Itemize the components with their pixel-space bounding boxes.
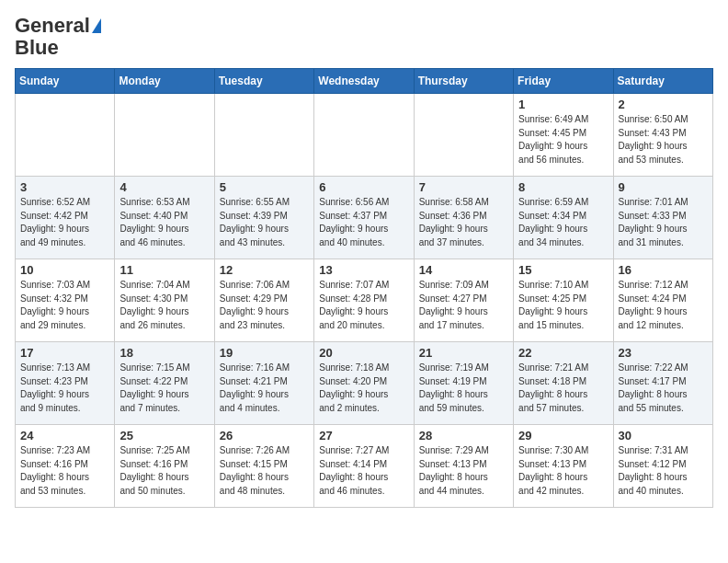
calendar-week-3: 10Sunrise: 7:03 AM Sunset: 4:32 PM Dayli… bbox=[16, 259, 713, 342]
calendar-cell: 14Sunrise: 7:09 AM Sunset: 4:27 PM Dayli… bbox=[414, 259, 513, 342]
cell-info: Sunrise: 6:55 AM Sunset: 4:39 PM Dayligh… bbox=[220, 196, 309, 249]
col-saturday: Saturday bbox=[613, 69, 712, 94]
calendar-cell: 18Sunrise: 7:15 AM Sunset: 4:22 PM Dayli… bbox=[115, 342, 214, 425]
cell-info: Sunrise: 6:53 AM Sunset: 4:40 PM Dayligh… bbox=[119, 196, 209, 249]
cell-info: Sunrise: 7:12 AM Sunset: 4:24 PM Dayligh… bbox=[619, 279, 708, 332]
day-number: 27 bbox=[319, 429, 408, 442]
cell-info: Sunrise: 7:15 AM Sunset: 4:22 PM Dayligh… bbox=[119, 362, 209, 415]
logo-text-general: General bbox=[15, 15, 90, 37]
calendar-cell: 29Sunrise: 7:30 AM Sunset: 4:13 PM Dayli… bbox=[514, 425, 613, 508]
day-number: 6 bbox=[319, 180, 408, 194]
logo-text-blue: Blue bbox=[15, 37, 59, 59]
cell-info: Sunrise: 7:06 AM Sunset: 4:29 PM Dayligh… bbox=[220, 279, 309, 332]
cell-info: Sunrise: 7:25 AM Sunset: 4:16 PM Dayligh… bbox=[119, 444, 209, 498]
day-number: 2 bbox=[619, 98, 708, 111]
col-monday: Monday bbox=[115, 69, 214, 94]
day-number: 11 bbox=[119, 263, 209, 277]
day-number: 1 bbox=[518, 98, 608, 111]
calendar-cell: 27Sunrise: 7:27 AM Sunset: 4:14 PM Dayli… bbox=[314, 425, 414, 508]
cell-info: Sunrise: 7:21 AM Sunset: 4:18 PM Dayligh… bbox=[518, 362, 608, 415]
day-number: 5 bbox=[220, 180, 309, 194]
calendar-cell: 15Sunrise: 7:10 AM Sunset: 4:25 PM Dayli… bbox=[514, 259, 613, 342]
calendar-cell: 11Sunrise: 7:04 AM Sunset: 4:30 PM Dayli… bbox=[115, 259, 214, 342]
page-header: General Blue bbox=[15, 15, 713, 59]
cell-info: Sunrise: 6:56 AM Sunset: 4:37 PM Dayligh… bbox=[319, 196, 408, 249]
logo: General Blue bbox=[15, 15, 101, 59]
calendar-cell: 21Sunrise: 7:19 AM Sunset: 4:19 PM Dayli… bbox=[414, 342, 513, 425]
calendar-cell bbox=[414, 94, 513, 177]
cell-info: Sunrise: 7:07 AM Sunset: 4:28 PM Dayligh… bbox=[319, 279, 408, 332]
day-number: 24 bbox=[20, 429, 109, 442]
calendar-cell: 19Sunrise: 7:16 AM Sunset: 4:21 PM Dayli… bbox=[214, 342, 313, 425]
calendar-cell: 30Sunrise: 7:31 AM Sunset: 4:12 PM Dayli… bbox=[613, 425, 712, 508]
calendar-cell: 12Sunrise: 7:06 AM Sunset: 4:29 PM Dayli… bbox=[214, 259, 313, 342]
day-number: 26 bbox=[220, 429, 309, 442]
calendar-cell: 17Sunrise: 7:13 AM Sunset: 4:23 PM Dayli… bbox=[16, 342, 115, 425]
cell-info: Sunrise: 6:58 AM Sunset: 4:36 PM Dayligh… bbox=[419, 196, 508, 249]
cell-info: Sunrise: 7:26 AM Sunset: 4:15 PM Dayligh… bbox=[220, 444, 309, 498]
calendar-week-2: 3Sunrise: 6:52 AM Sunset: 4:42 PM Daylig… bbox=[16, 177, 713, 259]
cell-info: Sunrise: 7:19 AM Sunset: 4:19 PM Dayligh… bbox=[419, 362, 508, 415]
calendar-cell: 16Sunrise: 7:12 AM Sunset: 4:24 PM Dayli… bbox=[613, 259, 712, 342]
col-sunday: Sunday bbox=[16, 69, 115, 94]
cell-info: Sunrise: 7:29 AM Sunset: 4:13 PM Dayligh… bbox=[419, 444, 508, 498]
day-number: 16 bbox=[619, 263, 708, 277]
cell-info: Sunrise: 7:30 AM Sunset: 4:13 PM Dayligh… bbox=[518, 444, 608, 498]
col-tuesday: Tuesday bbox=[214, 69, 313, 94]
day-number: 17 bbox=[20, 346, 109, 360]
cell-info: Sunrise: 6:59 AM Sunset: 4:34 PM Dayligh… bbox=[518, 196, 608, 249]
day-number: 3 bbox=[20, 180, 109, 194]
calendar-cell: 24Sunrise: 7:23 AM Sunset: 4:16 PM Dayli… bbox=[16, 425, 115, 508]
cell-info: Sunrise: 7:16 AM Sunset: 4:21 PM Dayligh… bbox=[220, 362, 309, 415]
day-number: 14 bbox=[419, 263, 508, 277]
cell-info: Sunrise: 7:09 AM Sunset: 4:27 PM Dayligh… bbox=[419, 279, 508, 332]
day-number: 13 bbox=[319, 263, 408, 277]
cell-info: Sunrise: 7:23 AM Sunset: 4:16 PM Dayligh… bbox=[20, 444, 109, 498]
calendar-cell: 10Sunrise: 7:03 AM Sunset: 4:32 PM Dayli… bbox=[16, 259, 115, 342]
cell-info: Sunrise: 7:27 AM Sunset: 4:14 PM Dayligh… bbox=[319, 444, 408, 498]
calendar-cell: 7Sunrise: 6:58 AM Sunset: 4:36 PM Daylig… bbox=[414, 177, 513, 259]
calendar-cell: 28Sunrise: 7:29 AM Sunset: 4:13 PM Dayli… bbox=[414, 425, 513, 508]
calendar-cell bbox=[16, 94, 115, 177]
col-thursday: Thursday bbox=[414, 69, 513, 94]
calendar-cell: 2Sunrise: 6:50 AM Sunset: 4:43 PM Daylig… bbox=[613, 94, 712, 177]
calendar-cell bbox=[115, 94, 214, 177]
col-friday: Friday bbox=[514, 69, 613, 94]
day-number: 21 bbox=[419, 346, 508, 360]
calendar-cell: 4Sunrise: 6:53 AM Sunset: 4:40 PM Daylig… bbox=[115, 177, 214, 259]
calendar-body: 1Sunrise: 6:49 AM Sunset: 4:45 PM Daylig… bbox=[16, 94, 713, 508]
cell-info: Sunrise: 7:31 AM Sunset: 4:12 PM Dayligh… bbox=[619, 444, 708, 498]
calendar-cell: 13Sunrise: 7:07 AM Sunset: 4:28 PM Dayli… bbox=[314, 259, 414, 342]
calendar-cell bbox=[214, 94, 313, 177]
cell-info: Sunrise: 7:18 AM Sunset: 4:20 PM Dayligh… bbox=[319, 362, 408, 415]
calendar-cell: 26Sunrise: 7:26 AM Sunset: 4:15 PM Dayli… bbox=[214, 425, 313, 508]
day-number: 22 bbox=[518, 346, 608, 360]
day-number: 18 bbox=[119, 346, 209, 360]
day-number: 12 bbox=[220, 263, 309, 277]
calendar-week-5: 24Sunrise: 7:23 AM Sunset: 4:16 PM Dayli… bbox=[16, 425, 713, 508]
cell-info: Sunrise: 6:52 AM Sunset: 4:42 PM Dayligh… bbox=[20, 196, 109, 249]
calendar-cell: 22Sunrise: 7:21 AM Sunset: 4:18 PM Dayli… bbox=[514, 342, 613, 425]
calendar-cell: 1Sunrise: 6:49 AM Sunset: 4:45 PM Daylig… bbox=[514, 94, 613, 177]
calendar-cell: 3Sunrise: 6:52 AM Sunset: 4:42 PM Daylig… bbox=[16, 177, 115, 259]
day-number: 30 bbox=[619, 429, 708, 442]
day-number: 9 bbox=[619, 180, 708, 194]
calendar-cell: 9Sunrise: 7:01 AM Sunset: 4:33 PM Daylig… bbox=[613, 177, 712, 259]
day-number: 4 bbox=[119, 180, 209, 194]
day-number: 8 bbox=[518, 180, 608, 194]
cell-info: Sunrise: 7:04 AM Sunset: 4:30 PM Dayligh… bbox=[119, 279, 209, 332]
cell-info: Sunrise: 7:13 AM Sunset: 4:23 PM Dayligh… bbox=[20, 362, 109, 415]
day-number: 29 bbox=[518, 429, 608, 442]
calendar-cell: 23Sunrise: 7:22 AM Sunset: 4:17 PM Dayli… bbox=[613, 342, 712, 425]
calendar-cell: 8Sunrise: 6:59 AM Sunset: 4:34 PM Daylig… bbox=[514, 177, 613, 259]
header-row: Sunday Monday Tuesday Wednesday Thursday… bbox=[16, 69, 713, 94]
calendar-cell: 6Sunrise: 6:56 AM Sunset: 4:37 PM Daylig… bbox=[314, 177, 414, 259]
day-number: 10 bbox=[20, 263, 109, 277]
calendar-table: Sunday Monday Tuesday Wednesday Thursday… bbox=[15, 68, 713, 508]
cell-info: Sunrise: 7:01 AM Sunset: 4:33 PM Dayligh… bbox=[619, 196, 708, 249]
calendar-week-1: 1Sunrise: 6:49 AM Sunset: 4:45 PM Daylig… bbox=[16, 94, 713, 177]
day-number: 19 bbox=[220, 346, 309, 360]
cell-info: Sunrise: 6:50 AM Sunset: 4:43 PM Dayligh… bbox=[619, 113, 708, 167]
calendar-cell: 5Sunrise: 6:55 AM Sunset: 4:39 PM Daylig… bbox=[214, 177, 313, 259]
cell-info: Sunrise: 7:03 AM Sunset: 4:32 PM Dayligh… bbox=[20, 279, 109, 332]
